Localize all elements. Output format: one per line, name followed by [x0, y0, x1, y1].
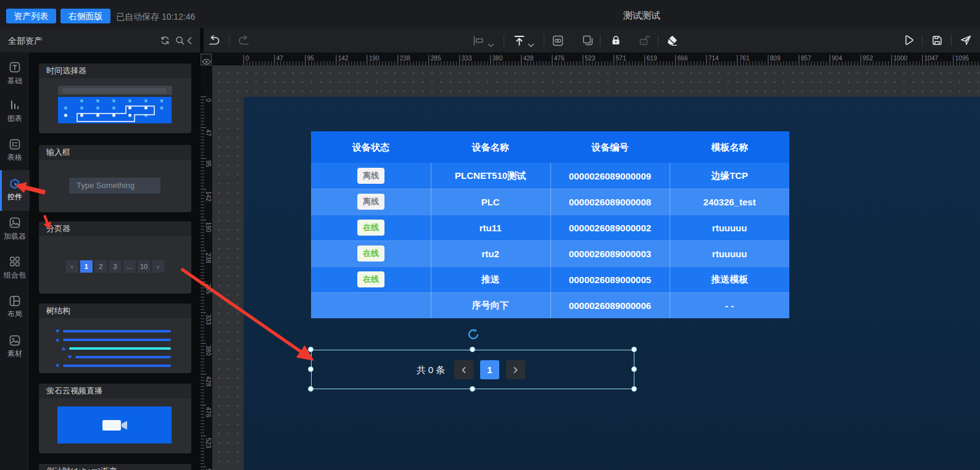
svg-text:523: 523: [585, 55, 596, 62]
svg-text:47: 47: [205, 130, 212, 137]
svg-text:333: 333: [462, 55, 472, 62]
svg-text:‹: ‹: [71, 263, 73, 270]
svg-text:285: 285: [205, 284, 212, 294]
svg-text:47: 47: [276, 55, 284, 62]
svg-text:95: 95: [307, 55, 315, 62]
svg-text:333: 333: [205, 315, 212, 325]
svg-text:...: ...: [127, 263, 132, 270]
svg-text:952: 952: [863, 55, 873, 62]
svg-text:428: 428: [205, 376, 212, 387]
svg-text:285: 285: [431, 55, 441, 62]
svg-text:0: 0: [205, 99, 212, 102]
svg-text:1047: 1047: [924, 55, 939, 62]
svg-text:190: 190: [369, 55, 380, 62]
svg-text:10: 10: [140, 263, 147, 270]
svg-text:380: 380: [492, 55, 503, 62]
svg-text:190: 190: [205, 222, 212, 233]
svg-text:238: 238: [400, 55, 410, 62]
svg-text:428: 428: [523, 55, 534, 62]
svg-text:1: 1: [85, 263, 88, 270]
svg-text:142: 142: [205, 191, 212, 202]
svg-text:476: 476: [205, 407, 212, 418]
svg-text:380: 380: [205, 345, 212, 356]
svg-text:523: 523: [205, 438, 212, 448]
svg-text:619: 619: [647, 55, 657, 62]
svg-text:1000: 1000: [894, 55, 908, 62]
svg-text:857: 857: [801, 55, 812, 62]
svg-text:476: 476: [554, 55, 565, 62]
svg-text:666: 666: [678, 55, 688, 62]
svg-text:571: 571: [616, 55, 626, 62]
svg-text:2: 2: [99, 263, 102, 270]
svg-text:95: 95: [205, 160, 212, 168]
svg-text:238: 238: [205, 253, 212, 263]
svg-text:1095: 1095: [955, 55, 970, 62]
svg-text:904: 904: [832, 55, 842, 62]
svg-text:761: 761: [739, 55, 750, 62]
svg-text:0: 0: [246, 55, 249, 62]
svg-text:3: 3: [113, 263, 117, 270]
svg-text:809: 809: [770, 55, 781, 62]
svg-text:142: 142: [338, 55, 349, 62]
svg-text:714: 714: [708, 55, 719, 62]
svg-text:›: ›: [157, 263, 160, 270]
